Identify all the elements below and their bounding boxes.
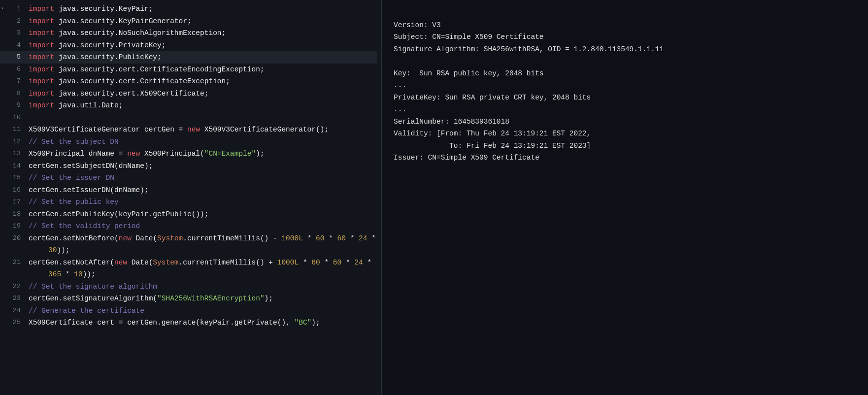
line-number: 2	[0, 15, 21, 28]
code-line[interactable]: import java.security.cert.CertificateExc…	[29, 75, 377, 88]
line-number: 17	[0, 196, 21, 208]
code-token: // Generate the certificate	[29, 307, 144, 315]
line-number: 21	[0, 257, 21, 269]
code-token: *	[303, 234, 316, 242]
code-token: *	[61, 270, 74, 278]
line-number: 8	[0, 88, 21, 100]
output-line: To: Fri Feb 24 13:19:21 EST 2023]	[394, 140, 856, 152]
code-line[interactable]: // Generate the certificate	[29, 305, 377, 317]
code-token: new	[187, 126, 200, 133]
code-token: .currentTimeMillis() -	[183, 234, 281, 242]
code-line[interactable]: // Set the signature algorithm	[29, 281, 377, 293]
output-pane[interactable]: Version: V3Subject: CN=Simple X509 Certi…	[382, 0, 868, 395]
code-line[interactable]: X509Certificate cert = certGen.generate(…	[29, 317, 377, 329]
code-line[interactable]: // Set the public key	[29, 196, 377, 208]
code-token: // Set the validity period	[29, 222, 140, 230]
code-token: *	[346, 234, 359, 242]
code-line[interactable]: import java.security.KeyPairGenerator;	[29, 15, 377, 28]
line-number: 7	[0, 75, 21, 88]
code-token: "CN=Example"	[204, 150, 256, 158]
code-token: import	[29, 53, 54, 61]
code-token: certGen.setNotBefore(	[29, 234, 119, 242]
code-line[interactable]: import java.security.KeyPair;	[29, 3, 377, 15]
code-token: X509V3CertificateGenerator certGen =	[29, 126, 187, 133]
code-token: import	[29, 90, 54, 98]
code-token: 60	[316, 234, 324, 242]
code-token: certGen.setIssuerDN(dnName);	[29, 186, 149, 194]
code-line[interactable]: certGen.setPublicKey(keyPair.getPublic()…	[29, 208, 377, 221]
code-line[interactable]: // Set the issuer DN	[29, 172, 377, 184]
line-number-gutter: ▾1234567891011121314151617181920 21 2223…	[0, 0, 25, 332]
code-token: *	[341, 259, 354, 266]
fold-chevron-icon[interactable]: ▾	[1, 3, 4, 15]
code-line[interactable]: import java.security.PrivateKey;	[29, 39, 377, 52]
code-area[interactable]: import java.security.KeyPair;import java…	[25, 0, 381, 332]
code-line[interactable]: certGen.setSignatureAlgorithm("SHA256Wit…	[29, 293, 377, 305]
code-token: .currentTimeMillis() +	[179, 259, 277, 266]
code-token: import	[29, 101, 54, 109]
line-number: 18	[0, 208, 21, 221]
code-token: import	[29, 17, 54, 25]
code-line[interactable]: import java.security.NoSuchAlgorithmExce…	[29, 27, 377, 39]
code-token: java.security.KeyPair;	[54, 5, 153, 13]
code-line[interactable]: X509V3CertificateGenerator certGen = new…	[29, 124, 377, 136]
code-token: Date(	[132, 234, 157, 242]
code-line[interactable]	[29, 112, 377, 124]
code-line[interactable]: certGen.setNotAfter(new Date(System.curr…	[29, 257, 377, 269]
code-token: 10	[74, 270, 82, 278]
line-number: 22	[0, 281, 21, 293]
line-number: 20	[0, 232, 21, 245]
code-token: 60	[311, 259, 320, 266]
code-line[interactable]: import java.security.cert.CertificateEnc…	[29, 64, 377, 76]
output-line: Validity: [From: Thu Feb 24 13:19:21 EST…	[394, 128, 856, 140]
code-token: ));	[83, 270, 96, 278]
code-line[interactable]: certGen.setSubjectDN(dnName);	[29, 160, 377, 172]
code-line[interactable]: 365 * 10));	[29, 268, 377, 281]
code-line[interactable]: 30));	[29, 244, 377, 257]
line-number	[0, 244, 21, 257]
code-token: "BC"	[295, 319, 312, 327]
code-token: *	[363, 259, 376, 266]
output-line	[394, 7, 856, 19]
code-line[interactable]: X500Principal dnName = new X500Principal…	[29, 148, 377, 160]
output-line: ...	[394, 79, 856, 92]
code-line[interactable]: import java.security.PublicKey;	[25, 51, 377, 64]
code-token: X509Certificate cert = certGen.generate(…	[29, 319, 295, 327]
code-token: System	[157, 234, 183, 242]
code-token: java.security.KeyPairGenerator;	[54, 17, 191, 25]
line-number: 4	[0, 39, 21, 52]
output-line: Version: V3	[394, 19, 856, 32]
line-number: 23	[0, 293, 21, 305]
code-line[interactable]: import java.util.Date;	[29, 99, 377, 112]
code-token: import	[29, 66, 54, 73]
output-line: SerialNumber: 1645839361018	[394, 116, 856, 128]
code-token: import	[29, 77, 54, 85]
output-line: Key: Sun RSA public key, 2048 bits	[394, 67, 856, 80]
line-number: 19	[0, 220, 21, 232]
code-line[interactable]: certGen.setNotBefore(new Date(System.cur…	[29, 232, 377, 245]
code-token: import	[29, 5, 54, 13]
code-token: *	[299, 259, 311, 266]
code-token: 60	[337, 234, 346, 242]
code-token: 365	[48, 270, 61, 278]
line-number: ▾1	[0, 3, 21, 15]
line-number: 10	[0, 112, 21, 124]
code-token: import	[29, 29, 54, 37]
code-token: certGen.setSignatureAlgorithm(	[29, 295, 157, 302]
code-token: new	[127, 150, 140, 158]
code-line[interactable]: // Set the subject DN	[29, 136, 377, 148]
line-number: 12	[0, 136, 21, 148]
code-token: java.security.cert.CertificateEncodingEx…	[54, 66, 264, 73]
code-line[interactable]: certGen.setIssuerDN(dnName);	[29, 184, 377, 197]
code-token: );	[311, 319, 320, 327]
output-line: ...	[394, 103, 856, 116]
editor-pane[interactable]: ▾1234567891011121314151617181920 21 2223…	[0, 0, 382, 395]
code-token: "SHA256WithRSAEncryption"	[157, 295, 265, 302]
line-number: 5	[0, 51, 25, 64]
code-line[interactable]: import java.security.cert.X509Certificat…	[29, 88, 377, 100]
code-line[interactable]: // Set the validity period	[29, 220, 377, 232]
output-line: Issuer: CN=Simple X509 Certificate	[394, 152, 856, 164]
line-number: 13	[0, 148, 21, 160]
code-token: new	[119, 234, 132, 242]
code-token: X509V3CertificateGenerator();	[200, 126, 329, 133]
